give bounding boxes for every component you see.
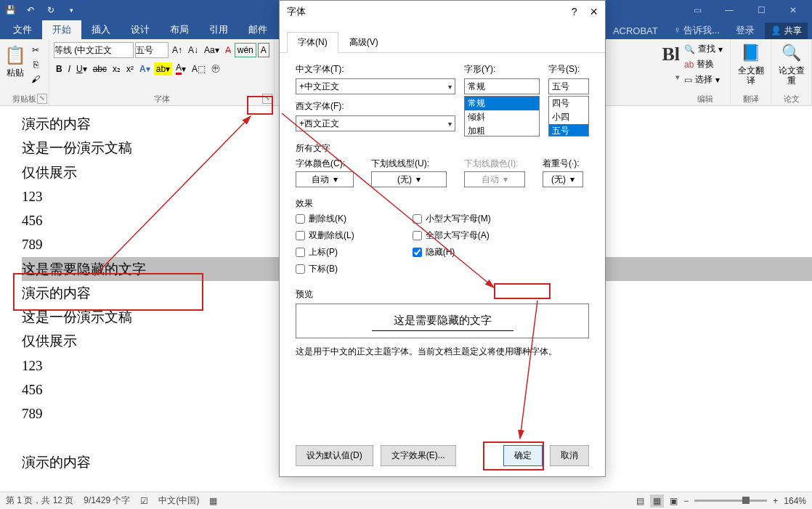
font-size-select[interactable] xyxy=(135,42,169,58)
tellme-input[interactable]: ♀ 告诉我... xyxy=(668,22,726,39)
chevron-down-icon: ▾ xyxy=(570,174,575,184)
minimize-icon[interactable]: — xyxy=(713,0,745,20)
font-color-icon[interactable]: A▾ xyxy=(174,61,188,76)
cn-font-select[interactable]: +中文正文▾ xyxy=(296,78,455,94)
close-window-icon[interactable]: ✕ xyxy=(777,0,809,20)
text-effects-button[interactable]: 文字效果(E)... xyxy=(381,445,456,466)
dblstrike-checkbox[interactable]: 双删除线(L) xyxy=(296,229,354,242)
word-count[interactable]: 9/1429 个字 xyxy=(84,494,130,507)
strike-checkbox[interactable]: 删除线(K) xyxy=(296,213,354,225)
zoom-in-icon[interactable]: + xyxy=(773,496,778,506)
tab-mailings[interactable]: 邮件 xyxy=(238,20,277,39)
enclose-char-icon[interactable]: ㊥ xyxy=(209,61,222,76)
tab-acrobat[interactable]: ACROBAT xyxy=(607,23,664,38)
text-effect-icon[interactable]: A▾ xyxy=(137,62,153,76)
tab-insert[interactable]: 插入 xyxy=(81,20,121,39)
proofing-icon[interactable]: ☑ xyxy=(140,496,148,506)
ribbon-options-icon[interactable]: ▭ xyxy=(681,0,713,20)
tab-advanced[interactable]: 高级(V) xyxy=(338,32,389,53)
emphasis-select[interactable]: (无)▾ xyxy=(543,171,583,187)
dialog-body: 中文字体(T): +中文正文▾ 西文字体(F): +西文正文▾ 字形(Y): 常… xyxy=(280,53,605,368)
find-button[interactable]: 🔍查找▾ xyxy=(684,42,726,56)
close-icon[interactable]: × xyxy=(590,4,598,20)
sub-checkbox[interactable]: 下标(B) xyxy=(296,263,354,275)
strike-icon[interactable]: abc xyxy=(91,62,109,76)
page-status[interactable]: 第 1 页，共 12 页 xyxy=(6,494,73,507)
list-item[interactable]: 加粗 xyxy=(465,124,539,137)
redo-icon[interactable]: ↻ xyxy=(44,3,58,17)
font-color-select[interactable]: 自动▾ xyxy=(296,171,354,187)
list-item[interactable]: 五号 xyxy=(549,124,588,137)
tab-file[interactable]: 文件 xyxy=(3,20,42,39)
allcaps-checkbox[interactable]: 全部大写字母(A) xyxy=(413,229,491,242)
maximize-icon[interactable]: ☐ xyxy=(745,0,777,20)
size-listbox[interactable]: 四号小四五号 xyxy=(548,96,589,137)
set-default-button[interactable]: 设为默认值(D) xyxy=(296,445,373,466)
clipboard-launcher-icon[interactable]: ⤡ xyxy=(37,94,47,104)
tab-design[interactable]: 设计 xyxy=(121,20,160,39)
list-item[interactable]: 倾斜 xyxy=(465,110,539,124)
status-bar: 第 1 页，共 12 页 9/1429 个字 ☑ 中文(中国) ▦ ▤ ▦ ▣ … xyxy=(0,492,812,509)
ok-button[interactable]: 确定 xyxy=(503,445,543,466)
style-listbox[interactable]: 常规倾斜加粗 xyxy=(464,96,540,137)
highlight-icon[interactable]: ab▾ xyxy=(154,62,172,76)
tab-references[interactable]: 引用 xyxy=(199,20,238,39)
smallcaps-label: 小型大写字母(M) xyxy=(426,213,491,225)
help-icon[interactable]: ? xyxy=(572,6,577,17)
macro-icon[interactable]: ▦ xyxy=(209,496,217,506)
list-item[interactable]: 小四 xyxy=(549,110,588,124)
cut-icon[interactable]: ✂ xyxy=(29,44,42,57)
dialog-title: 字体 xyxy=(287,5,306,18)
superscript-icon[interactable]: x² xyxy=(124,62,136,76)
underline-select[interactable]: (无)▾ xyxy=(371,171,447,187)
language-status[interactable]: 中文(中国) xyxy=(158,494,199,507)
tab-home[interactable]: 开始 xyxy=(42,20,81,39)
tab-font[interactable]: 字体(N) xyxy=(287,32,338,53)
grow-font-icon[interactable]: A↑ xyxy=(170,44,184,57)
save-icon[interactable]: 💾 xyxy=(3,3,17,17)
style-input[interactable] xyxy=(464,78,540,94)
signin-button[interactable]: 登录 xyxy=(730,22,760,39)
zoom-value[interactable]: 164% xyxy=(784,496,806,506)
size-input[interactable] xyxy=(548,78,589,94)
change-case-icon[interactable]: Aa▾ xyxy=(202,44,222,57)
bold-icon[interactable]: B xyxy=(54,62,65,76)
select-button[interactable]: ▭选择▾ xyxy=(684,73,726,86)
list-item[interactable]: 常规 xyxy=(465,97,539,110)
translate-button[interactable]: 📘 全文翻译 xyxy=(735,44,766,86)
cancel-button[interactable]: 取消 xyxy=(550,445,589,466)
print-layout-icon[interactable]: ▦ xyxy=(650,494,664,508)
font-family-select[interactable] xyxy=(54,42,134,58)
list-item[interactable]: 四号 xyxy=(549,97,588,110)
underline-icon[interactable]: U▾ xyxy=(74,62,89,76)
paste-button[interactable]: 📋 粘贴 xyxy=(4,45,26,86)
read-mode-icon[interactable]: ▤ xyxy=(636,496,644,506)
char-border-icon[interactable]: A xyxy=(258,43,269,57)
web-layout-icon[interactable]: ▣ xyxy=(670,496,678,506)
cn-font-value: +中文正文 xyxy=(299,81,339,93)
font-launcher-icon[interactable]: ⤡ xyxy=(262,94,272,104)
undo-icon[interactable]: ↶ xyxy=(23,3,38,17)
phonetic-icon[interactable]: wén xyxy=(235,43,256,57)
clear-format-icon[interactable]: A̶ xyxy=(223,44,233,57)
shrink-font-icon[interactable]: A↓ xyxy=(186,44,200,57)
share-button[interactable]: 👤 共享 xyxy=(765,23,808,39)
subscript-icon[interactable]: x₂ xyxy=(110,62,123,76)
replace-button[interactable]: ab替换 xyxy=(684,57,726,71)
check-label: 论文查重 xyxy=(776,65,807,86)
font-dialog: 字体 ? × 字体(N) 高级(V) 中文字体(T): +中文正文▾ 西文字体(… xyxy=(279,0,606,477)
tab-layout[interactable]: 布局 xyxy=(160,20,199,39)
qat-dropdown-icon[interactable]: ▾ xyxy=(64,3,78,17)
zoom-out-icon[interactable]: − xyxy=(683,496,689,506)
format-painter-icon[interactable]: 🖌 xyxy=(29,73,42,86)
italic-icon[interactable]: I xyxy=(66,62,73,76)
smallcaps-checkbox[interactable]: 小型大写字母(M) xyxy=(413,213,491,225)
zoom-slider[interactable] xyxy=(694,500,767,502)
en-font-select[interactable]: +西文正文▾ xyxy=(296,115,455,131)
check-button[interactable]: 🔍 论文查重 xyxy=(776,44,807,86)
share-label: 共享 xyxy=(784,25,802,37)
char-shading-icon[interactable]: A⬚ xyxy=(190,62,208,76)
super-checkbox[interactable]: 上标(P) xyxy=(296,246,354,258)
hidden-checkbox[interactable]: 隐藏(H) xyxy=(413,246,491,258)
copy-icon[interactable]: ⎘ xyxy=(29,58,42,71)
